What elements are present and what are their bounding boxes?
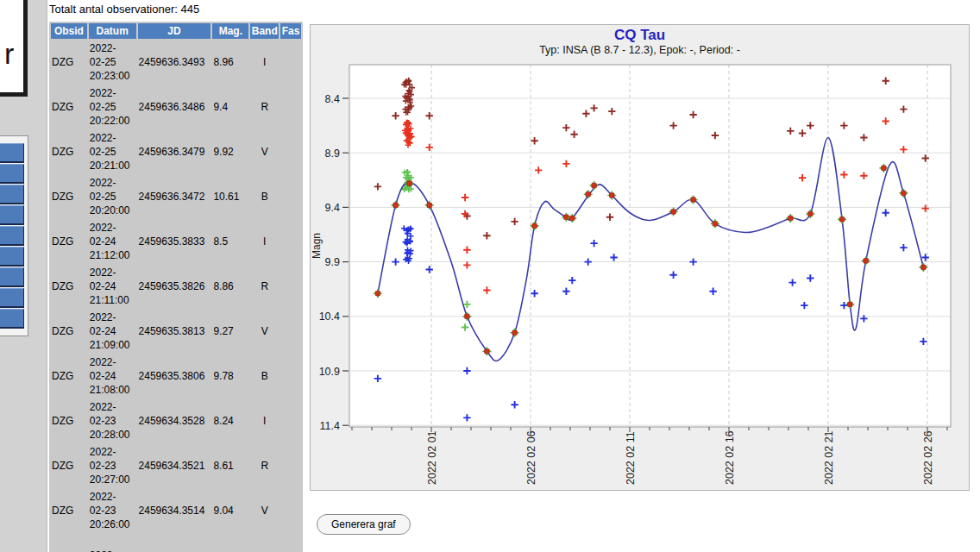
mean-point	[427, 203, 432, 208]
page: r Totalt antal observationer: 445 ObsidD…	[0, 0, 980, 552]
y-tick-label: 9.9	[325, 256, 340, 268]
mean-point	[671, 210, 676, 215]
mean-point	[882, 166, 887, 171]
mean-point	[610, 193, 615, 198]
x-tick-label: 2022 02 06	[525, 430, 537, 485]
x-tick-label: 2022 02 26	[922, 430, 934, 485]
x-tick-label: 2022 02 11	[625, 431, 637, 485]
generate-graph-button[interactable]: Generera graf	[317, 514, 411, 535]
mean-point	[592, 183, 597, 188]
plot-area	[349, 65, 951, 427]
mean-point	[485, 348, 490, 354]
mean-point	[465, 314, 470, 319]
y-tick-label: 8.4	[325, 93, 340, 105]
y-tick-label: 10.9	[319, 366, 340, 378]
mean-point	[839, 217, 845, 223]
y-tick-label: 9.4	[325, 202, 340, 214]
mean-point	[848, 302, 853, 307]
mean-point	[586, 191, 591, 197]
mean-point	[393, 203, 399, 208]
y-tick-label: 10.4	[319, 310, 340, 323]
mean-point	[864, 259, 869, 264]
mean-point	[808, 211, 814, 216]
mean-point	[921, 265, 927, 270]
mean-point	[570, 216, 575, 221]
y-tick-label: 8.9	[325, 147, 340, 160]
mean-point	[375, 291, 380, 296]
mean-point	[512, 330, 518, 336]
mean-point	[691, 198, 696, 203]
x-tick-label: 2022 02 01	[426, 430, 438, 485]
x-tick-label: 2022 02 21	[823, 430, 835, 485]
mean-point	[788, 216, 794, 221]
y-axis-label: Magn	[311, 233, 323, 259]
mean-point	[713, 222, 718, 227]
lightcurve-chart: 8.48.99.49.910.410.911.42022 02 012022 0…	[0, 0, 980, 552]
mean-point	[901, 191, 907, 196]
mean-point	[407, 181, 412, 186]
y-tick-label: 11.4	[320, 420, 340, 432]
x-tick-label: 2022 02 16	[724, 430, 736, 485]
mean-point	[532, 223, 537, 229]
